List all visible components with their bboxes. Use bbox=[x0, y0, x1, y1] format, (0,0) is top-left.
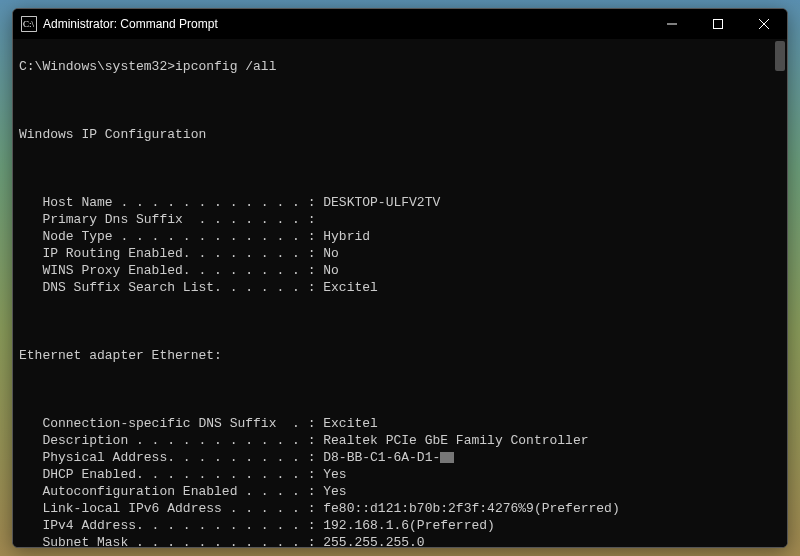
command-prompt-window: C:\ Administrator: Command Prompt C:\Win… bbox=[12, 8, 788, 548]
scrollbar[interactable] bbox=[773, 39, 787, 547]
minimize-button[interactable] bbox=[649, 9, 695, 39]
config-label: Primary Dns Suffix . . . . . . . : bbox=[19, 212, 315, 227]
terminal-output[interactable]: C:\Windows\system32>ipconfig /all Window… bbox=[13, 39, 787, 547]
prompt-command: ipconfig /all bbox=[175, 59, 276, 74]
config-value: Excitel bbox=[323, 280, 378, 295]
config-label: Physical Address. . . . . . . . . : bbox=[19, 450, 323, 465]
config-row: Description . . . . . . . . . . . : Real… bbox=[19, 432, 783, 449]
config-row: Primary Dns Suffix . . . . . . . : bbox=[19, 211, 783, 228]
config-row: Connection-specific DNS Suffix . : Excit… bbox=[19, 415, 783, 432]
config-label: IPv4 Address. . . . . . . . . . . : bbox=[19, 518, 323, 533]
config-row: WINS Proxy Enabled. . . . . . . . : No bbox=[19, 262, 783, 279]
section-header: Windows IP Configuration bbox=[19, 126, 783, 143]
config-label: Description . . . . . . . . . . . : bbox=[19, 433, 323, 448]
config-row: Subnet Mask . . . . . . . . . . . : 255.… bbox=[19, 534, 783, 547]
config-label: Subnet Mask . . . . . . . . . . . : bbox=[19, 535, 323, 547]
config-row: Host Name . . . . . . . . . . . . : DESK… bbox=[19, 194, 783, 211]
config-row: DNS Suffix Search List. . . . . . : Exci… bbox=[19, 279, 783, 296]
cmd-icon: C:\ bbox=[21, 16, 37, 32]
config-row: IP Routing Enabled. . . . . . . . : No bbox=[19, 245, 783, 262]
config-value: Yes bbox=[323, 484, 346, 499]
config-label: WINS Proxy Enabled. . . . . . . . : bbox=[19, 263, 323, 278]
config-value: No bbox=[323, 246, 339, 261]
config-value: fe80::d121:b70b:2f3f:4276%9(Preferred) bbox=[323, 501, 619, 516]
config-row: DHCP Enabled. . . . . . . . . . . : Yes bbox=[19, 466, 783, 483]
config-value: D8-BB-C1-6A-D1- bbox=[323, 450, 440, 465]
config-label: Autoconfiguration Enabled . . . . : bbox=[19, 484, 323, 499]
config-value: Hybrid bbox=[323, 229, 370, 244]
config-label: Host Name . . . . . . . . . . . . : bbox=[19, 195, 323, 210]
scrollbar-thumb[interactable] bbox=[775, 41, 785, 71]
config-label: Link-local IPv6 Address . . . . . : bbox=[19, 501, 323, 516]
config-row: Physical Address. . . . . . . . . : D8-B… bbox=[19, 449, 783, 466]
config-value: Realtek PCIe GbE Family Controller bbox=[323, 433, 588, 448]
config-value: 192.168.1.6(Preferred) bbox=[323, 518, 495, 533]
adapter1-title: Ethernet adapter Ethernet: bbox=[19, 347, 783, 364]
close-button[interactable] bbox=[741, 9, 787, 39]
config-label: IP Routing Enabled. . . . . . . . : bbox=[19, 246, 323, 261]
config-value: No bbox=[323, 263, 339, 278]
config-value: Yes bbox=[323, 467, 346, 482]
config-label: DHCP Enabled. . . . . . . . . . . : bbox=[19, 467, 323, 482]
titlebar[interactable]: C:\ Administrator: Command Prompt bbox=[13, 9, 787, 39]
config-label: DNS Suffix Search List. . . . . . : bbox=[19, 280, 323, 295]
redacted-segment bbox=[440, 452, 454, 463]
config-row: Autoconfiguration Enabled . . . . : Yes bbox=[19, 483, 783, 500]
config-label: Connection-specific DNS Suffix . : bbox=[19, 416, 323, 431]
config-value: DESKTOP-ULFV2TV bbox=[323, 195, 440, 210]
config-value: Excitel bbox=[323, 416, 378, 431]
svg-text:C:\: C:\ bbox=[23, 19, 35, 29]
config-row: Node Type . . . . . . . . . . . . : Hybr… bbox=[19, 228, 783, 245]
config-row: IPv4 Address. . . . . . . . . . . : 192.… bbox=[19, 517, 783, 534]
config-row: Link-local IPv6 Address . . . . . : fe80… bbox=[19, 500, 783, 517]
window-title: Administrator: Command Prompt bbox=[43, 17, 218, 31]
svg-rect-4 bbox=[714, 20, 723, 29]
config-value: 255.255.255.0 bbox=[323, 535, 424, 547]
maximize-button[interactable] bbox=[695, 9, 741, 39]
prompt-path: C:\Windows\system32> bbox=[19, 59, 175, 74]
config-label: Node Type . . . . . . . . . . . . : bbox=[19, 229, 323, 244]
